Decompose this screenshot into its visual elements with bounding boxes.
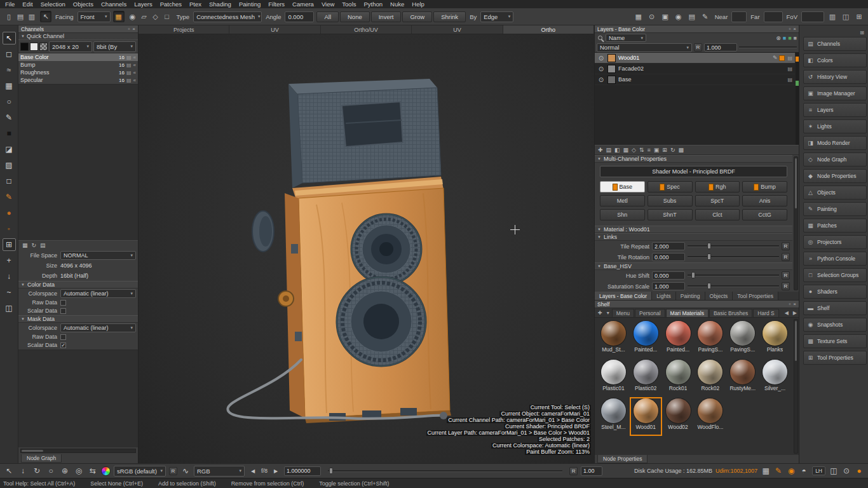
reset-button[interactable]: R — [782, 282, 790, 290]
selection-button[interactable]: All — [316, 11, 339, 22]
shelf-tab[interactable]: Menu — [612, 309, 634, 317]
selection-button[interactable]: None — [340, 11, 370, 22]
paint-through-tool-icon[interactable]: ⊞ — [3, 238, 16, 251]
layer-amount-field[interactable]: 1.000 — [704, 43, 737, 51]
shader-channel-button[interactable]: Shn — [600, 209, 645, 220]
layer-action-icon[interactable]: ⊞ — [662, 147, 667, 153]
layer-action-icon[interactable]: ⇅ — [639, 147, 644, 153]
multi-channel-header[interactable]: Multi-Channel Properties — [595, 155, 792, 163]
orbit-icon[interactable]: ○ — [46, 466, 56, 475]
near-field[interactable] — [731, 11, 747, 22]
property-value-field[interactable]: 0.000 — [652, 271, 685, 280]
vector-tool-icon[interactable]: ~ — [3, 286, 16, 299]
symmetry-icon[interactable]: ⊙ — [841, 466, 851, 475]
node-properties-tab[interactable]: Node Properties — [597, 455, 648, 463]
lasso-icon[interactable]: ◉ — [127, 11, 139, 22]
palette-button[interactable]: » Python Console — [803, 252, 867, 266]
shader-channel-button[interactable]: Base — [600, 181, 645, 193]
eraser-tool-icon[interactable]: ◪ — [3, 143, 16, 156]
fov-field[interactable] — [801, 11, 824, 22]
shader-channel-button[interactable]: Spec — [648, 181, 693, 193]
palette-button[interactable]: ◉ Snapshots — [803, 318, 867, 332]
viewport-tab[interactable]: UV — [229, 25, 320, 34]
shelf-item[interactable]: PavingS... — [726, 320, 759, 358]
float-panel-icon[interactable]: ▫ — [128, 26, 130, 32]
menu-item[interactable]: Channels — [97, 1, 130, 8]
angle-field[interactable]: 0.000 — [285, 11, 314, 22]
search-filter-dropdown[interactable]: Name — [606, 34, 646, 42]
layer-visibility-icon[interactable] — [597, 65, 605, 72]
sphere-mode-icon[interactable]: ◓ — [799, 466, 809, 475]
mirror-icon[interactable]: ◫ — [829, 466, 839, 475]
layer-action-icon[interactable]: ▣ — [654, 147, 660, 153]
reset-button[interactable]: R — [169, 467, 177, 475]
shelf-tab[interactable]: Basic Brushes — [709, 309, 752, 317]
rect-select-icon[interactable]: ▱ — [139, 11, 150, 22]
exposure-field[interactable]: 1.000000 — [284, 466, 321, 476]
shader-channel-button[interactable]: Bump — [742, 181, 787, 193]
sphere-icon[interactable]: ◉ — [673, 11, 684, 22]
patch-select-icon[interactable]: ▦ — [113, 11, 125, 22]
horizontal-scrollbar[interactable] — [20, 449, 136, 453]
menu-item[interactable]: Patches — [156, 1, 186, 8]
clone-stamp-tool-icon[interactable]: ✎ — [3, 191, 16, 203]
palette-button[interactable]: ◇ Node Graph — [803, 152, 867, 166]
prev-fstop-button[interactable]: ◀ — [248, 468, 258, 474]
viewport-tab[interactable]: Ortho — [503, 25, 594, 34]
facing-dropdown[interactable]: Front — [78, 11, 111, 22]
shelf-tab[interactable]: Mari Materials — [666, 309, 709, 317]
menu-item[interactable]: Painting — [235, 1, 264, 8]
add-tool-icon[interactable]: + — [3, 254, 16, 267]
shelf-item[interactable]: WoodFlo... — [694, 397, 726, 436]
shelf-sync-icon[interactable]: ▦ — [22, 242, 28, 248]
select-tool-icon[interactable]: ↖ — [3, 32, 16, 44]
close-panel-icon[interactable]: × — [793, 301, 796, 307]
shelf-menu-icon[interactable]: ▾ — [605, 310, 611, 316]
book-icon[interactable]: ▤ — [686, 11, 698, 22]
shader-channel-button[interactable]: Metl — [600, 195, 645, 207]
save-project-icon[interactable]: ▥ — [26, 11, 37, 22]
property-value-field[interactable]: 2.000 — [652, 242, 685, 250]
shelf-item[interactable]: Plastic02 — [630, 358, 662, 397]
selection-button[interactable]: Shrink — [433, 11, 466, 22]
layer-action-icon[interactable]: ≡ — [648, 147, 651, 153]
visibility-icon[interactable]: ⊙ — [646, 11, 658, 22]
status-dot-icon[interactable]: ● — [854, 466, 864, 475]
layer-action-icon[interactable]: ▤ — [606, 147, 612, 153]
selection-button[interactable]: Invert — [371, 11, 402, 22]
channel-display-dropdown[interactable]: RGB — [194, 466, 245, 477]
palette-button[interactable]: ✶ Lights — [803, 119, 867, 133]
shelf-item[interactable]: Wood02 — [662, 397, 695, 436]
clear-filter-icon[interactable]: ⊗ — [776, 35, 781, 41]
focus-icon[interactable]: ⊕ — [60, 466, 70, 475]
sphere-preview-icon[interactable]: ● — [3, 207, 16, 219]
property-slider[interactable] — [688, 245, 779, 247]
dock-tab[interactable]: Painting — [676, 292, 705, 300]
shelf-item[interactable]: Mud_St... — [597, 320, 630, 358]
gamma-field[interactable]: 1.00 — [581, 466, 602, 476]
menu-item[interactable]: Help — [408, 1, 428, 8]
shader-channel-button[interactable]: Clct — [695, 209, 740, 220]
menu-item[interactable]: Ptex — [186, 1, 205, 8]
shelf-item[interactable]: RustyMe... — [726, 358, 759, 397]
warp-grid-tool-icon[interactable]: ▦ — [3, 79, 16, 92]
add-shelf-icon[interactable]: ✚ — [596, 310, 604, 316]
menu-item[interactable]: Shading — [205, 1, 235, 8]
brush-select-icon[interactable]: □ — [161, 11, 173, 22]
drop-icon[interactable]: ↓ — [18, 466, 28, 475]
shelf-tab[interactable]: Personal — [635, 309, 665, 317]
float-panel-icon[interactable]: ▫ — [789, 301, 790, 307]
palette-button[interactable]: ▬ Shelf — [803, 301, 867, 315]
close-panel-icon[interactable]: × — [132, 26, 135, 32]
menu-item[interactable]: View — [318, 1, 338, 8]
file-space-dropdown[interactable]: NORMAL — [60, 251, 136, 260]
lh-toggle[interactable]: LH — [812, 466, 825, 475]
shelf-item[interactable]: Plastic01 — [597, 358, 630, 397]
property-slider[interactable] — [688, 274, 779, 276]
open-project-icon[interactable]: ▤ — [15, 11, 26, 22]
pick-tool-icon[interactable]: ↓ — [3, 270, 16, 283]
property-value-field[interactable]: 0.000 — [652, 253, 685, 261]
palette-button[interactable]: ● Shaders — [803, 285, 867, 299]
gradient-tool-icon[interactable]: ▨ — [3, 159, 16, 172]
quick-depth-dropdown[interactable]: 8bit (By — [93, 41, 136, 52]
